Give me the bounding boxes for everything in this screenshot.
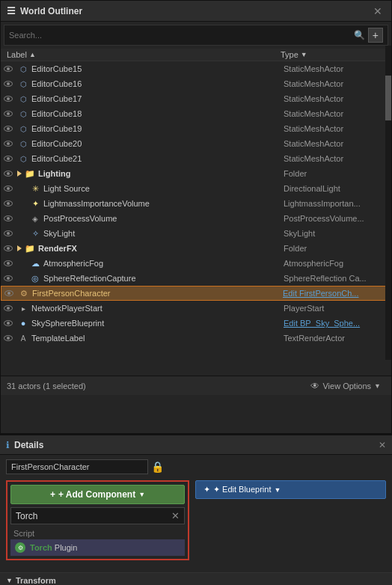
blueprint-dropdown-icon: ▼ [274,486,281,494]
visibility-icon[interactable] [4,260,17,268]
script-section-label: Script [10,527,185,539]
table-row[interactable]: ⬡ EditorCube21 StaticMeshActor [1,151,391,166]
visibility-icon[interactable] [4,65,17,73]
details-close-icon[interactable]: ✕ [379,440,386,450]
actor-icon: ⬡ [17,63,29,75]
search-bar: 🔍 + [4,25,388,46]
type-filter-icon[interactable]: ▼ [301,51,307,58]
add-component-button[interactable]: + + Add Component ▼ [10,485,185,504]
actor-name-input[interactable] [6,459,148,474]
edit-blueprint-button[interactable]: ✦ ✦ Edit Blueprint ▼ [195,480,386,499]
visibility-icon[interactable] [4,155,17,163]
outliner-header: ☰ World Outliner ✕ [1,1,391,22]
eye-status-icon: 👁 [310,381,319,391]
scrollbar[interactable] [385,46,391,360]
table-row[interactable]: ● SkySphereBlueprint Edit BP_Sky_Sphe... [1,316,391,331]
actor-icon: ⬡ [17,108,29,120]
table-row[interactable]: ⬡ EditorCube17 StaticMeshActor [1,91,391,106]
details-header: ℹ Details ✕ [0,435,392,455]
player-start-icon: ▸ [17,302,29,314]
visibility-icon[interactable] [4,245,17,253]
world-outliner-panel: ☰ World Outliner ✕ 🔍 + Label ▲ Type ▼ ⬡ … [0,0,392,434]
text-render-icon: A [17,332,29,344]
visibility-icon[interactable] [4,200,17,208]
search-icon[interactable]: 🔍 [354,30,365,40]
table-row[interactable]: ◎ SphereReflectionCapture SphereReflecti… [1,271,391,286]
dropdown-chevron-icon: ▼ [138,491,145,498]
add-component-area: + + Add Component ▼ ✕ Script ⚙ [6,480,189,560]
table-row[interactable]: 📁 RenderFX Folder [1,241,391,256]
column-headers: Label ▲ Type ▼ [1,49,391,61]
details-title: Details [14,440,43,450]
details-content: 🔒 + + Add Component ▼ ✕ Script [0,455,392,569]
outliner-list: ⬡ EditorCube15 StaticMeshActor ⬡ EditorC… [1,61,391,376]
plugin-name-text: Torch Plugin [30,543,77,552]
sky-sphere-icon: ● [17,317,29,329]
table-row[interactable]: ✦ LightmassImportanceVolume LightmassImp… [1,196,391,211]
skylight-icon: ✧ [29,227,41,239]
visibility-icon[interactable] [4,140,17,148]
visibility-icon[interactable] [4,170,17,178]
status-bar: 31 actors (1 selected) 👁 View Options ▼ [1,376,391,395]
actor-icon: ⬡ [17,138,29,150]
table-row[interactable]: ◈ PostProcessVolume PostProcessVolume... [1,211,391,226]
visibility-icon[interactable] [4,95,17,103]
view-options-chevron: ▼ [374,382,381,390]
search-input[interactable] [9,31,351,40]
close-button[interactable]: ✕ [370,5,385,17]
visibility-icon[interactable] [4,334,17,343]
table-row[interactable]: A TemplateLabel TextRenderActor [1,331,391,346]
table-row[interactable]: ✳ Light Source DirectionalLight [1,181,391,196]
visibility-icon[interactable] [4,80,17,88]
visibility-icon[interactable] [4,290,18,298]
view-options-button[interactable]: 👁 View Options ▼ [306,379,385,393]
table-row[interactable]: ✧ SkyLight SkyLight [1,226,391,241]
transform-expand-icon[interactable]: ▼ [6,577,13,584]
sort-arrow-icon[interactable]: ▲ [29,51,36,58]
action-buttons-row: + + Add Component ▼ ✕ Script ⚙ [6,480,386,560]
details-panel: ℹ Details ✕ 🔒 + + Add Component ▼ ✕ [0,434,392,585]
visibility-icon[interactable] [4,319,17,328]
transform-section-header: ▼ Transform [0,572,392,585]
actor-icon: ⬡ [17,93,29,105]
actor-name-row: 🔒 [6,459,386,474]
visibility-icon[interactable] [4,304,17,313]
visibility-icon[interactable] [4,185,17,193]
folder-icon: 📁 [24,168,36,180]
add-item-button[interactable]: + [368,28,383,43]
light-icon: ✳ [29,183,41,195]
type-column-header: Type ▼ [281,50,385,59]
expand-icon [17,171,22,177]
torch-plugin-item[interactable]: ⚙ Torch Plugin [10,539,185,556]
component-search-input[interactable] [16,511,168,521]
table-row[interactable]: ☁ AtmosphericFog AtmosphericFog [1,256,391,271]
table-row[interactable]: ⬡ EditorCube18 StaticMeshActor [1,106,391,121]
lock-icon[interactable]: 🔒 [151,461,164,473]
label-column-header: Label ▲ [7,50,281,59]
component-search-row: ✕ [10,507,185,524]
volume-icon: ✦ [29,197,41,209]
scrollbar-thumb[interactable] [385,76,391,120]
post-process-icon: ◈ [29,212,41,224]
table-row[interactable]: ⬡ EditorCube16 StaticMeshActor [1,76,391,91]
status-text: 31 actors (1 selected) [7,382,86,390]
table-row[interactable]: ⬡ EditorCube20 StaticMeshActor [1,136,391,151]
gear-icon: ✦ [203,485,210,494]
table-row-selected[interactable]: ⚙ FirstPersonCharacter Edit FirstPersonC… [1,286,391,301]
clear-search-icon[interactable]: ✕ [171,510,180,521]
actor-icon: ⬡ [17,123,29,135]
table-row[interactable]: ⬡ EditorCube19 StaticMeshActor [1,121,391,136]
folder-icon: 📁 [24,242,36,254]
visibility-icon[interactable] [4,110,17,118]
table-row[interactable]: 📁 Lighting Folder [1,166,391,181]
visibility-icon[interactable] [4,230,17,238]
outliner-title-text: World Outliner [20,6,82,16]
visibility-icon[interactable] [4,275,17,283]
table-row[interactable]: ⬡ EditorCube15 StaticMeshActor [1,61,391,76]
table-row[interactable]: ▸ NetworkPlayerStart PlayerStart [1,301,391,316]
visibility-icon[interactable] [4,215,17,223]
character-icon: ⚙ [18,287,30,299]
visibility-icon[interactable] [4,125,17,133]
plus-icon: + [50,489,55,500]
outliner-title: ☰ World Outliner [7,5,82,16]
